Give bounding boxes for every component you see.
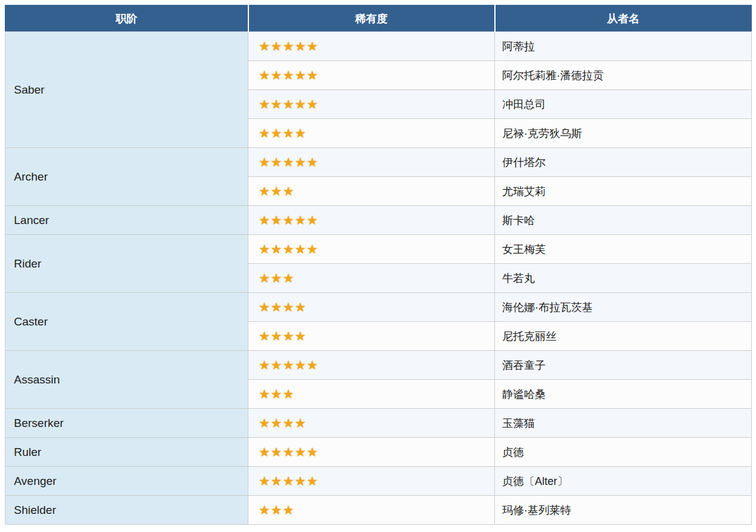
table-row: Avenger★★★★★贞德〔Alter〕 [5, 467, 752, 496]
servant-name: 牛若丸 [495, 264, 752, 293]
servant-name: 尼托克丽丝 [495, 322, 752, 351]
class-cell: Caster [5, 293, 248, 351]
class-cell: Berserker [5, 409, 248, 438]
servant-table: 职阶 稀有度 从者名 Saber★★★★★阿蒂拉★★★★★阿尔托莉雅·潘德拉贡★… [5, 5, 752, 525]
rarity-stars: ★★★★★ [248, 61, 495, 90]
table-row: Rider★★★★★女王梅芙 [5, 235, 752, 264]
table-row: Ruler★★★★★贞德 [5, 438, 752, 467]
class-cell: Rider [5, 235, 248, 293]
servant-name: 阿尔托莉雅·潘德拉贡 [495, 61, 752, 90]
servant-name: 尤瑞艾莉 [495, 177, 752, 206]
rarity-stars: ★★★ [248, 264, 495, 293]
table-row: Berserker★★★★玉藻猫 [5, 409, 752, 438]
table-row: Caster★★★★海伦娜·布拉瓦茨基 [5, 293, 752, 322]
rarity-stars: ★★★ [248, 380, 495, 409]
class-cell: Ruler [5, 438, 248, 467]
servant-table-body: Saber★★★★★阿蒂拉★★★★★阿尔托莉雅·潘德拉贡★★★★★冲田总司★★★… [5, 32, 752, 525]
rarity-stars: ★★★★★ [248, 32, 495, 61]
servant-name: 斯卡哈 [495, 206, 752, 235]
rarity-stars: ★★★ [248, 177, 495, 206]
servant-name: 贞德〔Alter〕 [495, 467, 752, 496]
rarity-stars: ★★★★★ [248, 235, 495, 264]
page: 职阶 稀有度 从者名 Saber★★★★★阿蒂拉★★★★★阿尔托莉雅·潘德拉贡★… [0, 0, 756, 532]
servant-name: 玉藻猫 [495, 409, 752, 438]
table-row: Archer★★★★★伊什塔尔 [5, 148, 752, 177]
servant-name: 尼禄·克劳狄乌斯 [495, 119, 752, 148]
servant-name: 酒吞童子 [495, 351, 752, 380]
table-row: Assassin★★★★★酒吞童子 [5, 351, 752, 380]
rarity-stars: ★★★ [248, 496, 495, 525]
servant-name: 伊什塔尔 [495, 148, 752, 177]
class-cell: Assassin [5, 351, 248, 409]
column-header-servant-name: 从者名 [495, 5, 752, 32]
class-cell: Shielder [5, 496, 248, 525]
table-row: Lancer★★★★★斯卡哈 [5, 206, 752, 235]
rarity-stars: ★★★★ [248, 119, 495, 148]
servant-name: 贞德 [495, 438, 752, 467]
servant-name: 冲田总司 [495, 90, 752, 119]
class-cell: Saber [5, 32, 248, 148]
rarity-stars: ★★★★ [248, 322, 495, 351]
rarity-stars: ★★★★★ [248, 90, 495, 119]
class-cell: Avenger [5, 467, 248, 496]
rarity-stars: ★★★★★ [248, 148, 495, 177]
header-row: 职阶 稀有度 从者名 [5, 5, 752, 32]
rarity-stars: ★★★★ [248, 409, 495, 438]
servant-name: 静谧哈桑 [495, 380, 752, 409]
rarity-stars: ★★★★★ [248, 206, 495, 235]
table-header: 职阶 稀有度 从者名 [5, 5, 752, 32]
rarity-stars: ★★★★★ [248, 438, 495, 467]
servant-name: 阿蒂拉 [495, 32, 752, 61]
rarity-stars: ★★★★★ [248, 467, 495, 496]
servant-name: 女王梅芙 [495, 235, 752, 264]
column-header-class: 职阶 [5, 5, 248, 32]
class-cell: Archer [5, 148, 248, 206]
rarity-stars: ★★★★ [248, 293, 495, 322]
servant-name: 玛修·基列莱特 [495, 496, 752, 525]
table-row: Shielder★★★玛修·基列莱特 [5, 496, 752, 525]
class-cell: Lancer [5, 206, 248, 235]
servant-name: 海伦娜·布拉瓦茨基 [495, 293, 752, 322]
table-row: Saber★★★★★阿蒂拉 [5, 32, 752, 61]
rarity-stars: ★★★★★ [248, 351, 495, 380]
column-header-rarity: 稀有度 [248, 5, 495, 32]
